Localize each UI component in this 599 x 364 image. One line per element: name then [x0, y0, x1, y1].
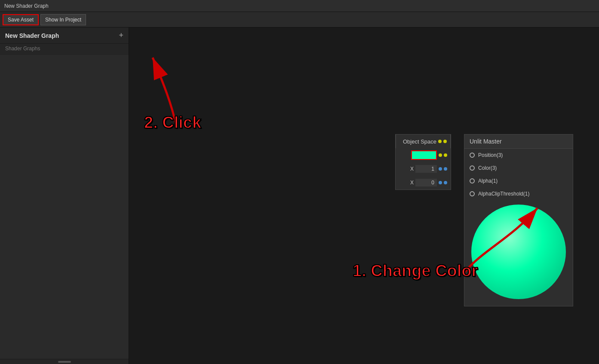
- unlit-master-header: Unlit Master: [464, 135, 573, 149]
- annotation-change-color: 1. Change Color: [353, 262, 478, 280]
- sidebar-title: New Shader Graph: [5, 32, 59, 39]
- sidebar-bottom: [0, 359, 129, 364]
- x0-label: X: [399, 180, 414, 186]
- unlit-master-node: Unlit Master Position(3) Color(3) Alpha(…: [464, 134, 573, 306]
- toolbar: Save Asset Show In Project: [0, 12, 599, 28]
- connector-dot-x1-2: [444, 167, 447, 171]
- main-layout: New Shader Graph + Shader Graphs Object …: [0, 28, 599, 364]
- add-graph-button[interactable]: +: [119, 31, 123, 40]
- color-swatch-row: [396, 148, 451, 162]
- window-title: New Shader Graph: [4, 3, 49, 9]
- nodes-container: Object Space X 1: [395, 134, 573, 306]
- connector-dot-yellow-1: [438, 140, 442, 143]
- object-space-label: Object Space: [403, 138, 436, 145]
- position-circle-icon: [470, 153, 475, 158]
- alpha-row: Alpha(1): [464, 174, 573, 187]
- sidebar-content: [0, 55, 129, 359]
- alpha-clip-label: AlphaClipThreshold(1): [478, 191, 529, 197]
- alpha-circle-icon: [470, 178, 475, 184]
- x1-value[interactable]: 1: [415, 165, 437, 173]
- title-bar: New Shader Graph: [0, 0, 599, 12]
- x0-row: X 0: [396, 176, 451, 190]
- sidebar-subtitle: Shader Graphs: [0, 44, 129, 55]
- alpha-clip-circle-icon: [470, 191, 475, 196]
- color-node: Object Space X 1: [395, 134, 451, 190]
- connector-dot-color-2: [444, 153, 447, 157]
- annotation-click: 2. Click: [144, 113, 201, 132]
- sidebar: New Shader Graph + Shader Graphs: [0, 28, 129, 364]
- connector-dot-x0-2: [444, 181, 447, 184]
- color-swatch[interactable]: [411, 150, 437, 160]
- preview-container: [464, 200, 573, 306]
- preview-sphere: [471, 205, 566, 299]
- graph-area[interactable]: Object Space X 1: [129, 28, 599, 364]
- x1-row: X 1: [396, 162, 451, 176]
- connector-dot-x1: [439, 167, 442, 171]
- color-row: Color(3): [464, 162, 573, 174]
- connector-dot-yellow-2: [443, 140, 447, 143]
- scroll-indicator: [58, 361, 71, 363]
- object-space-row: Object Space: [396, 135, 451, 148]
- connector-dot-color: [439, 153, 442, 157]
- color-label: Color(3): [478, 165, 497, 171]
- color-circle-icon: [470, 165, 475, 171]
- alpha-label: Alpha(1): [478, 178, 498, 184]
- show-in-project-button[interactable]: Show In Project: [40, 14, 86, 25]
- x1-label: X: [399, 166, 414, 172]
- save-asset-button[interactable]: Save Asset: [3, 14, 39, 25]
- connector-dot-x0: [439, 181, 442, 184]
- position-label: Position(3): [478, 152, 503, 158]
- x0-value[interactable]: 0: [415, 179, 437, 187]
- alpha-clip-row: AlphaClipThreshold(1): [464, 187, 573, 200]
- position-row: Position(3): [464, 149, 573, 162]
- sidebar-header: New Shader Graph +: [0, 28, 129, 44]
